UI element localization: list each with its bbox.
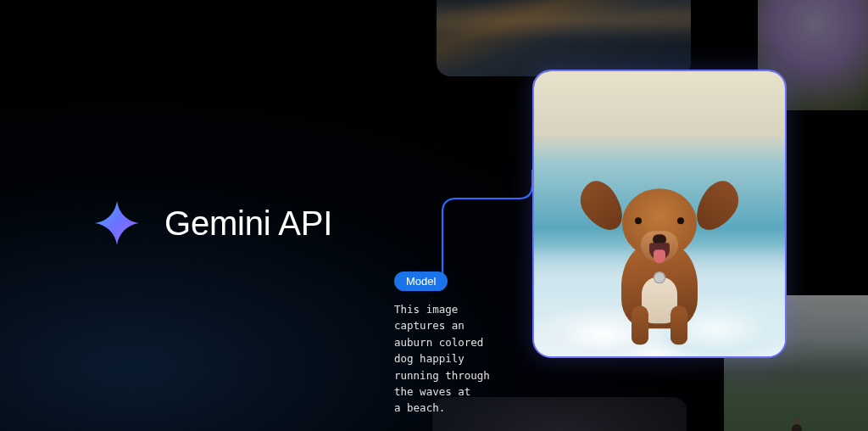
sparkle-icon bbox=[93, 199, 141, 247]
featured-image-card[interactable] bbox=[532, 70, 787, 358]
model-badge: Model bbox=[394, 271, 448, 291]
brand-title: Gemini API bbox=[164, 204, 332, 243]
brand-block: Gemini API bbox=[93, 199, 332, 247]
featured-image bbox=[534, 71, 785, 356]
connector-line bbox=[441, 170, 534, 288]
model-output: Model This image captures an auburn colo… bbox=[394, 271, 521, 417]
gallery-tile-highway bbox=[437, 0, 691, 76]
model-caption: This image captures an auburn colored do… bbox=[394, 301, 521, 417]
